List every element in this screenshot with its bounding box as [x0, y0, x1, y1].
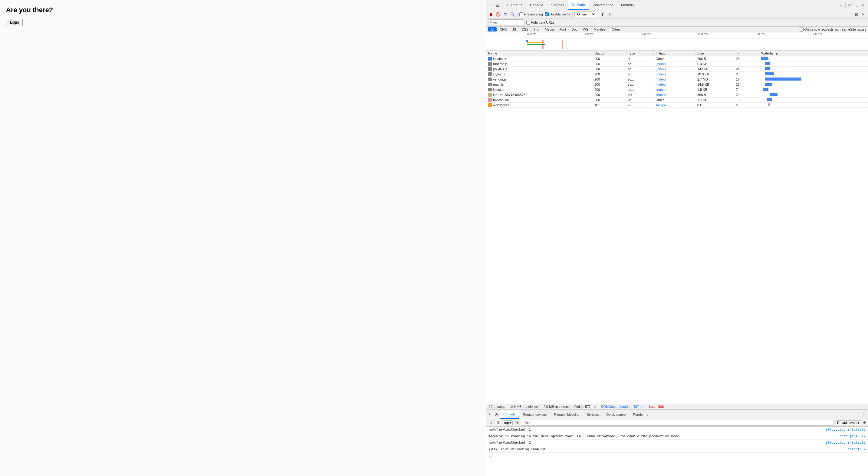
- initiator-link[interactable]: (index): [655, 72, 666, 76]
- bottom-close-button[interactable]: ✕: [860, 412, 868, 417]
- table-row[interactable]: info?t=1587154868752 200 xhr zone-e... 3…: [486, 92, 868, 97]
- samesite-checkbox[interactable]: [800, 28, 804, 31]
- msg-source-3[interactable]: hello.component.ts:13: [824, 440, 866, 445]
- console-pause-btn[interactable]: ⏸: [495, 420, 501, 425]
- tab-performance[interactable]: Performance: [589, 0, 617, 10]
- initiator-link[interactable]: (index): [655, 78, 666, 81]
- bottom-tab-console[interactable]: Console: [500, 410, 519, 419]
- bottom-panel-menu[interactable]: ⋮: [486, 411, 493, 418]
- table-row[interactable]: localhost 200 do... Other 796 B 26...: [486, 56, 868, 61]
- type-all[interactable]: All: [488, 27, 497, 31]
- col-waterfall[interactable]: Waterfall ▲: [760, 51, 868, 56]
- tab-console[interactable]: Console: [526, 0, 547, 10]
- preserve-log-checkbox[interactable]: [519, 12, 523, 17]
- clear-button[interactable]: 🚫: [495, 11, 501, 17]
- tab-sources[interactable]: Sources: [547, 0, 568, 10]
- table-row[interactable]: styles.js 200 sc... (index) 10.0 KB 20..…: [486, 72, 868, 77]
- console-toolbar: ⊘ ⏸ top ▾ 👁 Default levels ▾ ⚙: [486, 419, 868, 427]
- bottom-tab-rendering[interactable]: Rendering: [629, 410, 652, 419]
- import-har-button[interactable]: ⬆: [600, 11, 606, 17]
- login-button[interactable]: Login: [6, 19, 23, 26]
- type-img[interactable]: Img: [531, 27, 542, 31]
- console-settings-icon[interactable]: ⚙: [863, 421, 866, 425]
- file-name: inject.js: [493, 88, 504, 91]
- initiator-link[interactable]: zone-e...: [655, 93, 669, 97]
- type-css[interactable]: CSS: [519, 27, 531, 31]
- cell-waterfall: [760, 67, 868, 72]
- bottom-tab-sensors[interactable]: Sensors: [583, 410, 602, 419]
- console-clear-btn[interactable]: ⊘: [488, 420, 494, 425]
- col-status[interactable]: Status: [593, 51, 626, 56]
- cell-type: xhr: [626, 92, 654, 97]
- col-name[interactable]: Name: [486, 51, 593, 56]
- preserve-log-label[interactable]: Preserve log: [519, 12, 543, 17]
- throttle-select[interactable]: Online Fast 3G Slow 3G Offline: [575, 11, 596, 17]
- type-xhr[interactable]: XHR: [497, 27, 509, 31]
- tab-network[interactable]: Network: [568, 0, 589, 10]
- console-context-selector[interactable]: top ▾: [503, 420, 513, 425]
- console-prompt[interactable]: ›: [486, 453, 868, 459]
- type-ws[interactable]: WS: [581, 27, 591, 31]
- cell-status: 200: [593, 87, 626, 92]
- tab-memory[interactable]: Memory: [617, 0, 638, 10]
- file-icon: [488, 72, 492, 76]
- console-filter-input[interactable]: [522, 420, 834, 426]
- waterfall-overview: [526, 38, 868, 51]
- console-eye-btn[interactable]: 👁: [515, 420, 520, 425]
- bottom-tab-remote[interactable]: Remote devices: [519, 410, 550, 419]
- close-network-icon[interactable]: ✕: [861, 11, 866, 17]
- initiator-link[interactable]: (index): [655, 62, 666, 66]
- type-manifest[interactable]: Manifest: [591, 27, 609, 31]
- bottom-panel-clear[interactable]: ⊘: [493, 411, 500, 418]
- hide-data-urls-label[interactable]: Hide data URLs: [526, 21, 554, 25]
- table-row[interactable]: vendor.js 200 sc... (index) 2.7 MB 17...: [486, 77, 868, 82]
- device-icon[interactable]: ⊡: [494, 2, 501, 8]
- table-row[interactable]: inject.js 200 sc... conten... 1.5 KB 7..…: [486, 87, 868, 92]
- svg-rect-4: [562, 40, 563, 49]
- bottom-tab-quicksource[interactable]: Quick source: [602, 410, 629, 419]
- col-initiator[interactable]: Initiator: [654, 51, 695, 56]
- cell-initiator: conten...: [654, 87, 695, 92]
- bottom-tab-blocking[interactable]: Request blocking: [550, 410, 583, 419]
- filter-input[interactable]: [488, 19, 525, 25]
- export-har-button[interactable]: ⬇: [608, 11, 613, 17]
- table-row[interactable]: main.js 200 sc... (index) 14.6 KB 23...: [486, 82, 868, 87]
- filter-button[interactable]: ⚗: [503, 11, 508, 17]
- type-js[interactable]: JS: [510, 27, 519, 31]
- col-type[interactable]: Type: [626, 51, 654, 56]
- disable-cache-label[interactable]: Disable cache: [545, 12, 570, 17]
- samesite-label[interactable]: Only show requests with SameSite issues: [800, 28, 866, 31]
- svg-rect-0: [526, 40, 528, 42]
- msg-source-4[interactable]: client:52: [847, 447, 866, 452]
- table-row[interactable]: websocket 101 w... sockjs-... 0 B P...: [486, 102, 868, 108]
- more-options-icon[interactable]: ⋮: [854, 2, 860, 8]
- initiator-link[interactable]: conten...: [655, 88, 668, 91]
- more-tabs-button[interactable]: »: [837, 3, 844, 7]
- msg-source-1[interactable]: hello.component.ts:13: [824, 427, 866, 433]
- disable-cache-checkbox[interactable]: [545, 12, 549, 17]
- msg-source-2[interactable]: core.js:40917: [840, 434, 866, 439]
- table-row[interactable]: favicon.ico 200 vn... Other 1.2 KB 10...: [486, 97, 868, 102]
- requests-stat: 10 requests: [489, 405, 506, 409]
- type-font[interactable]: Font: [557, 27, 568, 31]
- table-row[interactable]: polyfills.js 200 sc... (index) 142 KB 21…: [486, 67, 868, 72]
- type-doc[interactable]: Doc: [569, 27, 580, 31]
- cursor-icon[interactable]: ⬚: [488, 2, 494, 8]
- file-icon: [488, 67, 492, 71]
- close-devtools-icon[interactable]: ✕: [860, 2, 867, 8]
- col-size[interactable]: Size: [695, 51, 734, 56]
- hide-data-urls-checkbox[interactable]: [526, 21, 530, 25]
- type-media[interactable]: Media: [542, 27, 556, 31]
- dock-button[interactable]: ⊟: [854, 11, 860, 17]
- initiator-link[interactable]: sockjs-...: [655, 103, 669, 107]
- tab-elements[interactable]: Elements: [504, 0, 526, 10]
- type-other[interactable]: Other: [609, 27, 623, 31]
- initiator-link[interactable]: (index): [655, 67, 666, 71]
- settings-icon[interactable]: ⚙: [847, 2, 854, 8]
- initiator-link[interactable]: (index): [655, 83, 666, 86]
- record-button[interactable]: ⏺: [488, 11, 494, 17]
- table-row[interactable]: runtime.js 200 sc... (index) 6.4 KB 19..…: [486, 61, 868, 67]
- col-time[interactable]: Ti...: [734, 51, 759, 56]
- log-level-selector[interactable]: Default levels ▾: [836, 420, 861, 425]
- search-button[interactable]: 🔍: [510, 11, 516, 17]
